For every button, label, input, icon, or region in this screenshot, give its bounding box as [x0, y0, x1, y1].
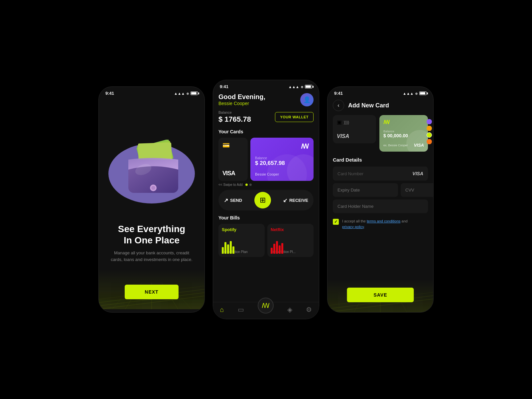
- screen-add-card: 9:41 ▲▲▲ ⌾ ‹ Add New Card ▣ )))) VISA ꟿ: [327, 86, 434, 313]
- terms-checkbox[interactable]: ✓: [333, 219, 339, 225]
- time-1: 9:41: [105, 91, 114, 96]
- status-bar-2: 9:41 ▲▲▲ ⌾: [213, 80, 319, 90]
- status-icons-3: ▲▲▲ ⌾: [403, 91, 427, 95]
- green-balance-label: Balance: [383, 130, 424, 133]
- cards-row: 💳 VISA ꟿ Balance $ 20,657.98 Bessie Coop…: [218, 138, 314, 181]
- scan-button[interactable]: ⊞: [254, 192, 271, 208]
- send-button[interactable]: ↗ SEND: [224, 197, 242, 203]
- card-number-placeholder: Card Number: [337, 171, 363, 176]
- color-swatches: [427, 119, 432, 144]
- bar-n5: [281, 243, 283, 254]
- status-icons-2: ▲▲▲ ⌾: [288, 85, 312, 89]
- avatar[interactable]: 👤: [300, 93, 314, 106]
- card-preview-dark[interactable]: ▣ )))) VISA: [333, 115, 376, 143]
- green-visa-label: VISA: [414, 143, 424, 148]
- nav-scan[interactable]: ꟿ: [258, 298, 274, 314]
- receive-label: RECEIVE: [289, 198, 308, 203]
- terms-and: and: [401, 219, 408, 223]
- card-dark[interactable]: 💳 VISA: [218, 138, 248, 181]
- dot-2: [249, 184, 252, 186]
- card-holder-field[interactable]: [333, 200, 428, 213]
- netflix-bars: [271, 240, 310, 254]
- visa-input-label: VISA: [412, 171, 423, 176]
- expiry-field[interactable]: [333, 183, 398, 197]
- time-2: 9:41: [220, 84, 228, 89]
- chip-icon-2: ▣: [337, 119, 342, 125]
- spotify-name: Spotify: [222, 227, 261, 232]
- battery-icon-3: [419, 91, 427, 95]
- onboarding-subtitle: Manage all your bank accounts, creadit c…: [109, 250, 195, 263]
- bill-spotify[interactable]: Spotify Subscription Plan: [218, 224, 265, 257]
- card-holder: Bessie Cooper: [255, 172, 309, 176]
- wifi-icon-3: ⌾: [415, 91, 418, 95]
- nav-cards[interactable]: ▭: [238, 306, 244, 314]
- swatch-orange[interactable]: [427, 139, 432, 144]
- bar-s1: [222, 247, 224, 254]
- nav-activity[interactable]: ◈: [287, 306, 292, 314]
- m-logo: ꟿ: [255, 142, 309, 150]
- add-card-header: ‹ Add New Card: [328, 97, 433, 115]
- balance-label: Balance: [218, 110, 251, 114]
- wallet-illustration: [99, 97, 204, 217]
- terms-link-2[interactable]: privacy policy: [342, 225, 364, 229]
- card-chip-row: ▣ )))): [337, 119, 372, 125]
- swatch-amber[interactable]: [427, 126, 432, 131]
- save-button[interactable]: SAVE: [347, 288, 414, 302]
- swatch-purple[interactable]: [427, 119, 432, 124]
- bar-n3: [276, 241, 278, 254]
- swatch-green[interactable]: [427, 132, 432, 138]
- bar-s4: [230, 241, 232, 254]
- card-logo-visa: VISA: [222, 170, 244, 177]
- screen-dashboard: 9:41 ▲▲▲ ⌾ Good Evening, Bessie Cooper 👤…: [213, 80, 319, 319]
- scan-icon: ⊞: [260, 196, 266, 204]
- green-card-info: Balance $ 00,000.00: [383, 130, 424, 138]
- receive-icon: ↙: [283, 197, 287, 203]
- card-purple[interactable]: ꟿ Balance $ 20,657.98 Bessie Cooper: [250, 138, 314, 181]
- card-preview-green[interactable]: ꟿ Balance $ 00,000.00 ex. Bessie Cooper …: [379, 115, 428, 152]
- battery-icon-2: [305, 85, 312, 88]
- cvv-field[interactable]: [401, 183, 434, 197]
- onboarding-content: See EverythingIn One Place Manage all yo…: [99, 97, 204, 309]
- onboarding-title: See EverythingIn One Place: [109, 223, 195, 246]
- wallet-button[interactable]: YOUR WALLET: [275, 112, 314, 122]
- balance-amount: $ 1765.78: [218, 115, 251, 124]
- card-details-title: Card Details: [333, 157, 428, 163]
- bill-netflix[interactable]: Netflix Subscription Pl...: [267, 224, 314, 257]
- wifi-icon: ⌾: [187, 91, 189, 95]
- expiry-cvv-row: [333, 183, 428, 197]
- onboarding-text: See EverythingIn One Place Manage all yo…: [99, 217, 204, 309]
- carousel-dots: [245, 184, 252, 186]
- svg-point-5: [151, 186, 155, 190]
- signal-icon-3: ▲▲▲: [403, 91, 414, 95]
- actions-row: ↗ SEND ⊞ ↙ RECEIVE: [218, 190, 314, 210]
- terms-period: .: [364, 225, 365, 229]
- next-button[interactable]: NEXT: [125, 285, 178, 299]
- bar-s5: [232, 246, 234, 254]
- greeting-row: Good Evening, Bessie Cooper 👤: [218, 90, 314, 110]
- wallet-3d: [118, 140, 185, 194]
- nav-home[interactable]: ⌂: [220, 306, 224, 314]
- card-balance-amount: $ 20,657.98: [255, 160, 309, 167]
- terms-text: I accept all the terms and conditions an…: [342, 218, 408, 229]
- time-3: 9:41: [334, 91, 343, 96]
- screen-onboarding: 9:41 ▲▲▲ ⌾: [98, 86, 205, 313]
- terms-prefix: I accept all the: [342, 219, 367, 223]
- green-balance-amount: $ 00,000.00: [383, 133, 424, 138]
- status-icons-1: ▲▲▲ ⌾: [174, 91, 198, 95]
- swipe-row: << Swipe to Add: [218, 183, 314, 187]
- spotify-bars: [222, 240, 261, 254]
- wifi-icon-2: ⌾: [301, 85, 303, 89]
- card-number-field[interactable]: Card Number VISA: [333, 167, 428, 181]
- nav-settings[interactable]: ⚙: [306, 306, 312, 314]
- bottom-nav: ⌂ ▭ ꟿ ◈ ⚙: [213, 302, 319, 319]
- status-bar-3: 9:41 ▲▲▲ ⌾: [328, 87, 433, 97]
- bar-n1: [271, 248, 273, 254]
- green-card-name: ex. Bessie Cooper: [383, 144, 408, 147]
- back-button[interactable]: ‹: [333, 100, 344, 111]
- your-cards-title: Your Cards: [218, 129, 314, 134]
- receive-button[interactable]: ↙ RECEIVE: [283, 197, 308, 203]
- bar-s3: [227, 244, 229, 254]
- terms-link-1[interactable]: terms and conditions: [367, 219, 401, 223]
- card-balance-info: Balance $ 20,657.98: [255, 156, 309, 167]
- send-label: SEND: [230, 198, 242, 203]
